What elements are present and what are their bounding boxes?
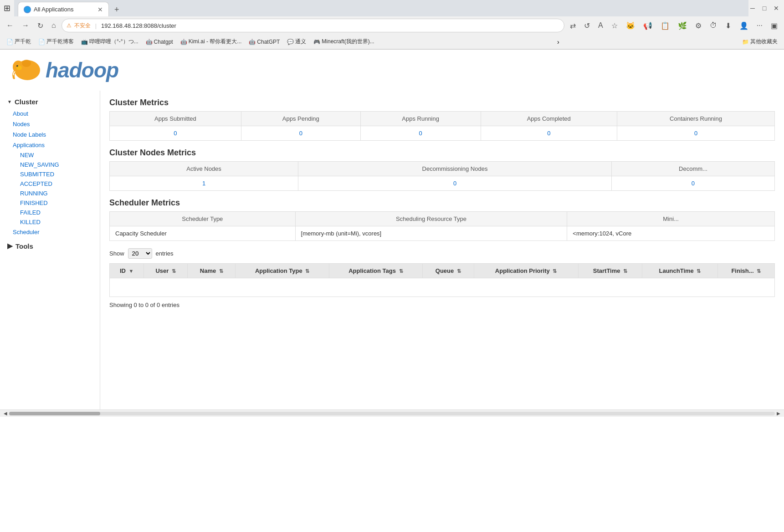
- bookmarks-more-btn[interactable]: ›: [557, 38, 559, 46]
- sidebar-node-labels-link[interactable]: Node Labels: [0, 129, 100, 140]
- title-bar: ⊞ 🌐 All Applications ✕ + ─ □ ✕: [0, 0, 784, 16]
- svg-point-4: [16, 66, 22, 70]
- refresh2-btn[interactable]: ↺: [581, 20, 593, 31]
- window-controls: ─ □ ✕: [748, 4, 780, 12]
- th-launch-time[interactable]: LaunchTime ⇅: [642, 264, 717, 278]
- bookmark-label-2: 严千乾博客: [46, 38, 74, 46]
- tools-toggle[interactable]: ▶ Tools: [0, 239, 100, 253]
- th-app-type-label: Application Type: [255, 267, 302, 274]
- show-entries-row: Show 20 50 100 entries: [109, 248, 775, 259]
- forward-btn[interactable]: →: [19, 20, 32, 31]
- bookmark-icon-2: 📄: [38, 39, 45, 45]
- download-btn[interactable]: ⬇: [723, 20, 734, 31]
- bookmark-other[interactable]: 📁 其他收藏夹: [739, 37, 780, 46]
- bookmark-chatgpt1[interactable]: 🤖 Chatgpt: [143, 38, 176, 46]
- bookmark-kimi[interactable]: 🤖 Kimi.ai - 帮你看更大...: [178, 37, 245, 46]
- bookmark-blog[interactable]: 📄 严千乾博客: [36, 37, 77, 46]
- sidebar-new-saving-link[interactable]: NEW_SAVING: [0, 160, 100, 169]
- ext3-btn[interactable]: 🌿: [675, 20, 690, 31]
- sidebar-finished-link[interactable]: FINISHED: [0, 198, 100, 208]
- th-finish-time[interactable]: Finish... ⇅: [717, 264, 774, 278]
- new-tab-btn[interactable]: +: [111, 3, 123, 16]
- bookmark-tongyi[interactable]: 💬 通义: [284, 37, 309, 46]
- bookmark-yanqiaqn[interactable]: 📄 严千乾: [4, 37, 34, 46]
- avatar-btn[interactable]: 👤: [737, 20, 751, 31]
- ext1-btn[interactable]: 🐱: [623, 20, 638, 31]
- minimize-btn[interactable]: ─: [748, 4, 757, 12]
- decommissioning-nodes-link[interactable]: 0: [453, 180, 456, 187]
- entries-label: entries: [156, 250, 174, 257]
- th-app-type[interactable]: Application Type ⇅: [236, 264, 329, 278]
- star-btn[interactable]: ☆: [609, 20, 620, 31]
- sidebar-running-link[interactable]: RUNNING: [0, 189, 100, 198]
- scheduler-metrics-title: Scheduler Metrics: [109, 198, 775, 208]
- col-apps-pending: Apps Pending: [241, 112, 360, 126]
- bookmark-bilibili[interactable]: 📺 哔哩哔哩（°-°）つ...: [78, 37, 141, 46]
- ext2-btn[interactable]: 📢: [641, 20, 655, 31]
- clipboard-btn[interactable]: 📋: [658, 20, 672, 31]
- sidebar-applications-link[interactable]: Applications: [0, 140, 100, 150]
- translate-btn[interactable]: ⇄: [567, 20, 579, 31]
- th-queue[interactable]: Queue ⇅: [422, 264, 474, 278]
- th-app-priority[interactable]: Application Priority ⇅: [474, 264, 578, 278]
- bookmark-label-7: 通义: [295, 38, 306, 46]
- cluster-toggle[interactable]: ▼ Cluster: [0, 95, 100, 108]
- ext4-btn[interactable]: ⚙: [692, 20, 704, 31]
- th-name[interactable]: Name ⇅: [188, 264, 236, 278]
- address-input[interactable]: ⚠ 不安全 | 192.168.48.128:8088/cluster: [61, 19, 564, 32]
- scroll-left-btn[interactable]: ◀: [2, 411, 9, 416]
- val-apps-submitted: 0: [110, 126, 241, 141]
- th-id[interactable]: ID ▼: [110, 264, 144, 278]
- decomm-link[interactable]: 0: [692, 180, 695, 187]
- show-label: Show: [109, 250, 124, 257]
- showing-text: Showing 0 to 0 of 0 entries: [109, 302, 775, 308]
- scrollbar-track[interactable]: [9, 412, 775, 415]
- cluster-metrics-title: Cluster Metrics: [109, 98, 775, 107]
- sidebar-about-link[interactable]: About: [0, 108, 100, 119]
- entries-select[interactable]: 20 50 100: [128, 248, 152, 259]
- bookmark-chatgpt2[interactable]: 🤖 ChatGPT: [246, 38, 282, 46]
- val-active-nodes[interactable]: 1: [110, 176, 298, 191]
- sidebar-scheduler-link[interactable]: Scheduler: [0, 227, 100, 237]
- bookmarks-bar: 📄 严千乾 📄 严千乾博客 📺 哔哩哔哩（°-°）つ... 🤖 Chatgpt …: [0, 35, 784, 49]
- more-options-btn[interactable]: ···: [754, 20, 765, 31]
- scrollbar-thumb[interactable]: [9, 412, 100, 415]
- main-content: Cluster Metrics Apps Submitted Apps Pend…: [100, 91, 784, 409]
- th-finish-time-sort: ⇅: [757, 268, 761, 274]
- active-tab[interactable]: 🌐 All Applications ✕: [18, 2, 109, 16]
- th-finish-time-label: Finish...: [731, 267, 753, 274]
- bookmark-icon-7: 💬: [287, 39, 294, 45]
- sidebar-nodes-link[interactable]: Nodes: [0, 119, 100, 129]
- th-app-tags[interactable]: Application Tags ⇅: [329, 264, 422, 278]
- close-btn[interactable]: ✕: [772, 4, 780, 12]
- history-btn[interactable]: ⏱: [707, 20, 720, 31]
- tab-close-btn[interactable]: ✕: [97, 6, 103, 13]
- th-user[interactable]: User ⇅: [144, 264, 188, 278]
- th-app-tags-label: Application Tags: [348, 267, 396, 274]
- scroll-right-btn[interactable]: ▶: [775, 411, 782, 416]
- sidebar-new-link[interactable]: NEW: [0, 150, 100, 160]
- bookmark-icon-5: 🤖: [180, 39, 187, 45]
- sidebar-submitted-link[interactable]: SUBMITTED: [0, 169, 100, 179]
- hadoop-text: hadoop: [46, 58, 118, 82]
- hadoop-logo: hadoop: [9, 54, 118, 86]
- back-btn[interactable]: ←: [4, 20, 16, 31]
- scrollbar-area: ◀ ▶: [0, 409, 784, 417]
- font-btn[interactable]: A: [595, 20, 606, 31]
- refresh-btn[interactable]: ↻: [35, 20, 46, 31]
- sidebar-failed-link[interactable]: FAILED: [0, 208, 100, 217]
- cluster-label: Cluster: [15, 98, 38, 106]
- cluster-section: ▼ Cluster About Nodes Node Labels Applic…: [0, 95, 100, 237]
- th-start-time[interactable]: StartTime ⇅: [578, 264, 642, 278]
- bookmark-icon-4: 🤖: [146, 39, 153, 45]
- sidebar-toggle-btn[interactable]: ▣: [768, 20, 780, 31]
- val-apps-pending: 0: [241, 126, 360, 141]
- maximize-btn[interactable]: □: [760, 4, 769, 12]
- bookmark-minecraft[interactable]: 🎮 Minecraft(我的世界)...: [311, 37, 377, 46]
- sidebar-accepted-link[interactable]: ACCEPTED: [0, 179, 100, 189]
- sidebar-killed-link[interactable]: KILLED: [0, 217, 100, 227]
- active-nodes-link[interactable]: 1: [202, 180, 205, 187]
- th-user-sort: ⇅: [172, 268, 176, 274]
- val-scheduling-resource: [memory-mb (unit=Mi), vcores]: [295, 226, 567, 241]
- home-btn[interactable]: ⌂: [49, 20, 59, 31]
